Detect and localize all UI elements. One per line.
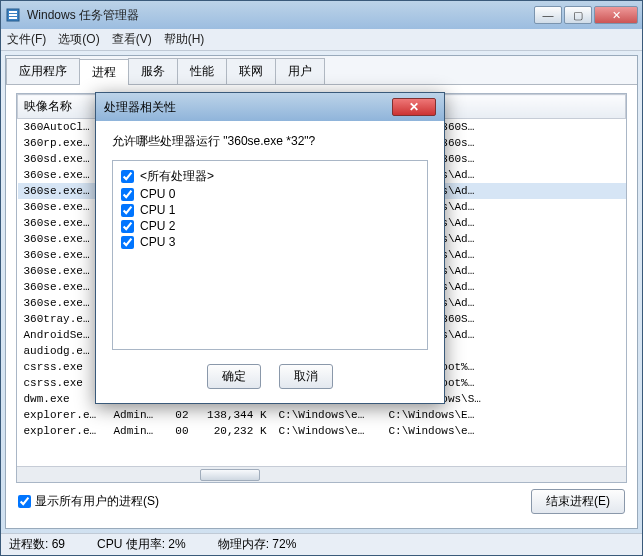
tab-apps[interactable]: 应用程序 [6, 58, 80, 84]
cpu-0[interactable]: CPU 0 [121, 186, 419, 202]
ok-button[interactable]: 确定 [207, 364, 261, 389]
menu-view[interactable]: 查看(V) [112, 31, 152, 48]
menu-options[interactable]: 选项(O) [58, 31, 99, 48]
close-button[interactable]: ✕ [594, 6, 638, 24]
tabs: 应用程序 进程 服务 性能 联网 用户 [6, 56, 637, 85]
cpu-checkbox-list[interactable]: <所有处理器> CPU 0 CPU 1 CPU 2 CPU 3 [112, 160, 428, 350]
svg-rect-1 [9, 11, 17, 13]
show-all-checkbox-input[interactable] [18, 495, 31, 508]
table-row[interactable]: explorer.exeAdmini…02138,344 KC:\Windows… [18, 407, 626, 423]
window-title: Windows 任务管理器 [27, 7, 534, 24]
show-all-label: 显示所有用户的进程(S) [35, 493, 159, 510]
tab-processes[interactable]: 进程 [79, 59, 129, 85]
dialog-close-button[interactable]: ✕ [392, 98, 436, 116]
scroll-thumb[interactable] [200, 469, 260, 481]
cpu-all[interactable]: <所有处理器> [121, 167, 419, 186]
tab-users[interactable]: 用户 [275, 58, 325, 84]
cpu-1[interactable]: CPU 1 [121, 202, 419, 218]
cancel-button[interactable]: 取消 [279, 364, 333, 389]
end-process-button[interactable]: 结束进程(E) [531, 489, 625, 514]
table-row[interactable]: explorer.exeAdmini…0020,232 KC:\Windows\… [18, 423, 626, 439]
dialog-titlebar[interactable]: 处理器相关性 ✕ [96, 93, 444, 121]
svg-rect-3 [9, 17, 17, 19]
tab-services[interactable]: 服务 [128, 58, 178, 84]
show-all-users-checkbox[interactable]: 显示所有用户的进程(S) [18, 493, 159, 510]
tab-net[interactable]: 联网 [226, 58, 276, 84]
svg-rect-2 [9, 14, 17, 16]
menubar: 文件(F) 选项(O) 查看(V) 帮助(H) [1, 29, 642, 51]
menu-help[interactable]: 帮助(H) [164, 31, 205, 48]
maximize-button[interactable]: ▢ [564, 6, 592, 24]
tab-perf[interactable]: 性能 [177, 58, 227, 84]
cpu-2[interactable]: CPU 2 [121, 218, 419, 234]
dialog-prompt: 允许哪些处理器运行 "360se.exe *32"? [112, 133, 428, 150]
processor-affinity-dialog: 处理器相关性 ✕ 允许哪些处理器运行 "360se.exe *32"? <所有处… [95, 92, 445, 404]
app-icon [5, 7, 21, 23]
cpu-3[interactable]: CPU 3 [121, 234, 419, 250]
status-process-count: 进程数: 69 [9, 536, 65, 553]
menu-file[interactable]: 文件(F) [7, 31, 46, 48]
horizontal-scrollbar[interactable] [17, 466, 626, 482]
col-image[interactable]: 映像名称 [18, 95, 108, 119]
titlebar[interactable]: Windows 任务管理器 — ▢ ✕ [1, 1, 642, 29]
dialog-title: 处理器相关性 [104, 99, 392, 116]
statusbar: 进程数: 69 CPU 使用率: 2% 物理内存: 72% [1, 533, 642, 555]
minimize-button[interactable]: — [534, 6, 562, 24]
status-mem-usage: 物理内存: 72% [218, 536, 297, 553]
status-cpu-usage: CPU 使用率: 2% [97, 536, 186, 553]
